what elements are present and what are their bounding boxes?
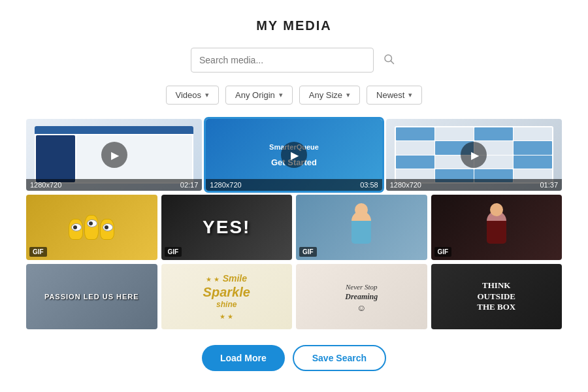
gif-badge-2: GIF: [165, 247, 182, 257]
page-wrapper: MY MEDIA Videos Any Origin Any Size Newe…: [0, 0, 588, 391]
image-thumb-3[interactable]: Never Stop Dreaming ☺: [296, 264, 427, 329]
gif-thumb-3[interactable]: GIF: [296, 195, 427, 260]
video-info-3: 1280x720 01:37: [386, 179, 562, 191]
video-thumb-1[interactable]: 1280x720 02:17: [26, 119, 202, 191]
filter-sort[interactable]: Newest: [367, 86, 422, 105]
gif-badge-3: GIF: [299, 247, 317, 257]
save-search-button[interactable]: Save Search: [293, 345, 386, 371]
load-more-button[interactable]: Load More: [202, 345, 285, 371]
video-row: 1280x720 02:17 SmarterQueue Get Started …: [26, 119, 562, 191]
image-thumb-4[interactable]: THINKOUTSIDETHE BOX: [431, 264, 563, 329]
filter-type[interactable]: Videos: [166, 86, 220, 105]
filter-origin[interactable]: Any Origin: [225, 86, 293, 105]
search-bar: [191, 48, 397, 73]
video-thumb-2[interactable]: SmarterQueue Get Started 1280x720 03:58: [206, 119, 382, 191]
video-info-2: 1280x720 03:58: [206, 179, 382, 191]
action-buttons: Load More Save Search: [202, 345, 386, 371]
media-grid: 1280x720 02:17 SmarterQueue Get Started …: [26, 119, 562, 345]
image-thumb-1[interactable]: PASSION LED US HERE: [26, 264, 157, 329]
smile-sparkle-text: ★ ★ Smile Sparkle shine ★ ★: [203, 272, 250, 322]
gif-badge-4: GIF: [434, 247, 452, 257]
play-button-1[interactable]: [101, 142, 127, 168]
passion-text: PASSION LED US HERE: [41, 289, 142, 304]
image-row: PASSION LED US HERE ★ ★ Smile Sparkle sh…: [26, 264, 562, 329]
gif-badge-1: GIF: [29, 247, 47, 257]
video-thumb-3[interactable]: 1280x720 01:37: [386, 119, 562, 191]
gif-thumb-2[interactable]: YES! GIF: [161, 195, 293, 260]
play-button-3[interactable]: [461, 142, 487, 168]
svg-line-1: [391, 61, 393, 63]
yes-text: YES!: [203, 217, 250, 238]
play-button-2[interactable]: [281, 142, 307, 168]
image-thumb-2[interactable]: ★ ★ Smile Sparkle shine ★ ★: [161, 264, 293, 329]
think-text: THINKOUTSIDETHE BOX: [474, 277, 519, 317]
gif-row: GIF YES! GIF GIF: [26, 195, 562, 260]
filters-bar: Videos Any Origin Any Size Newest: [166, 86, 423, 105]
minions-graphic: [69, 215, 114, 240]
dreaming-text: Never Stop Dreaming ☺: [345, 280, 378, 314]
gif-thumb-1[interactable]: GIF: [26, 195, 157, 260]
gif-thumb-4[interactable]: GIF: [431, 195, 563, 260]
video-info-1: 1280x720 02:17: [26, 179, 202, 191]
filter-size[interactable]: Any Size: [299, 86, 360, 105]
frozen-character: [351, 211, 371, 244]
page-title: MY MEDIA: [256, 18, 332, 33]
search-button[interactable]: [380, 50, 397, 71]
search-input[interactable]: [191, 48, 374, 73]
